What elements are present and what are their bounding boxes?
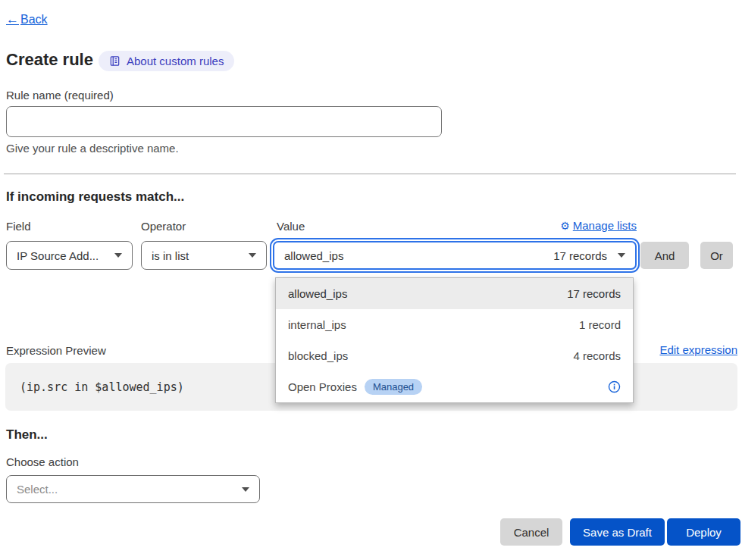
operator-select[interactable]: is in list: [141, 241, 267, 270]
value-select-value: allowed_ips: [284, 249, 343, 262]
list-option-blocked-ips[interactable]: blocked_ips 4 records: [276, 340, 633, 371]
match-section-heading: If incoming requests match...: [6, 189, 184, 205]
field-select-value: IP Source Add...: [17, 249, 99, 262]
list-option-name: internal_ips: [288, 318, 346, 331]
chevron-down-icon: [618, 253, 625, 258]
list-option-internal-ips[interactable]: internal_ips 1 record: [276, 309, 633, 340]
about-badge-label: About custom rules: [127, 55, 224, 67]
about-custom-rules-link[interactable]: About custom rules: [99, 51, 234, 71]
gear-icon: ⚙: [560, 220, 570, 232]
value-select-records: 17 records: [553, 249, 607, 262]
rule-name-input[interactable]: [6, 106, 442, 137]
info-icon[interactable]: [608, 380, 621, 393]
page-title: Create rule: [6, 50, 93, 70]
list-option-name: Open Proxies: [288, 380, 357, 393]
manage-lists-label: Manage lists: [573, 219, 637, 232]
save-as-draft-button[interactable]: Save as Draft: [570, 518, 665, 546]
then-section-heading: Then...: [6, 427, 48, 443]
manage-lists-row: ⚙Manage lists: [273, 219, 637, 232]
list-option-records: 17 records: [567, 287, 621, 300]
back-arrow-icon: ←: [6, 12, 19, 27]
back-link[interactable]: ←Back: [6, 12, 48, 27]
rule-name-helper: Give your rule a descriptive name.: [6, 142, 179, 155]
list-option-name: allowed_ips: [288, 287, 347, 300]
list-option-records: 4 records: [573, 349, 621, 362]
list-option-allowed-ips[interactable]: allowed_ips 17 records: [276, 278, 633, 309]
expression-code: (ip.src in $allowed_ips): [20, 380, 184, 394]
list-option-open-proxies[interactable]: Open Proxies Managed: [276, 371, 633, 402]
choose-action-label: Choose action: [6, 455, 79, 468]
action-select[interactable]: Select...: [6, 475, 260, 503]
deploy-button[interactable]: Deploy: [667, 518, 740, 546]
field-select[interactable]: IP Source Add...: [6, 241, 133, 270]
chevron-down-icon: [249, 253, 256, 258]
section-divider: [4, 174, 736, 174]
chevron-down-icon: [242, 487, 249, 492]
cancel-button[interactable]: Cancel: [500, 518, 562, 546]
or-button[interactable]: Or: [700, 242, 733, 269]
manage-lists-link[interactable]: ⚙Manage lists: [560, 219, 637, 232]
field-label: Field: [6, 220, 31, 233]
edit-expression-link[interactable]: Edit expression: [659, 343, 737, 356]
value-select[interactable]: allowed_ips 17 records: [273, 241, 637, 270]
chevron-down-icon: [114, 253, 122, 258]
managed-badge: Managed: [365, 379, 422, 395]
and-button[interactable]: And: [640, 242, 689, 269]
list-option-name: blocked_ips: [288, 349, 348, 362]
action-select-placeholder: Select...: [17, 483, 58, 496]
rule-name-label: Rule name (required): [6, 89, 114, 102]
operator-label: Operator: [141, 220, 186, 233]
expression-preview-label: Expression Preview: [6, 344, 106, 357]
operator-select-value: is in list: [152, 249, 189, 262]
book-icon: [109, 55, 121, 67]
list-option-records: 1 record: [579, 318, 621, 331]
value-dropdown-panel: allowed_ips 17 records internal_ips 1 re…: [275, 277, 634, 403]
create-rule-page: ←Back Create rule About custom rules Rul…: [0, 0, 742, 560]
back-link-label: Back: [20, 13, 48, 27]
